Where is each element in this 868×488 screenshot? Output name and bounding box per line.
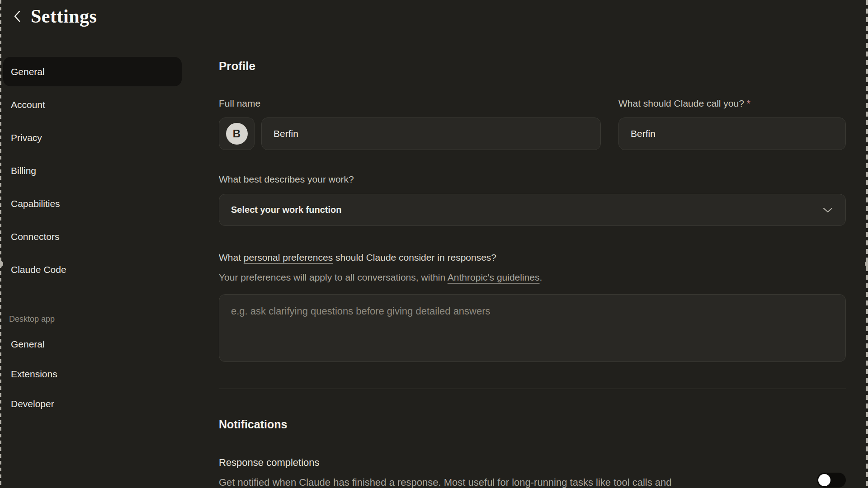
main-content: Profile Full name What should Claude cal… <box>219 0 846 488</box>
work-function-select[interactable]: Select your work function <box>219 194 846 226</box>
page-title: Settings <box>31 5 97 27</box>
response-completions-description: Get notified when Claude has finished a … <box>219 477 811 488</box>
preferences-question-prefix: What <box>219 252 244 263</box>
preferences-question-suffix: should Claude consider in responses? <box>333 252 496 263</box>
sidebar-item-capabilities[interactable]: Capabilities <box>3 189 182 218</box>
sidebar-item-extensions[interactable]: Extensions <box>3 359 182 389</box>
preferences-question: What personal preferences should Claude … <box>219 252 496 263</box>
sidebar-item-privacy[interactable]: Privacy <box>3 123 182 152</box>
sidebar-item-billing[interactable]: Billing <box>3 156 182 185</box>
preferences-subtext: Your preferences will apply to all conve… <box>219 272 542 283</box>
resize-handle-left[interactable] <box>0 261 3 267</box>
full-name-label: Full name <box>219 98 260 109</box>
response-completions-label: Response completions <box>219 457 320 469</box>
sidebar-item-account[interactable]: Account <box>3 90 182 119</box>
sidebar-item-label: Developer <box>11 399 54 409</box>
sidebar-item-label: Capabilities <box>11 198 60 209</box>
resize-handle-right[interactable] <box>865 261 868 267</box>
sidebar: General Account Privacy Billing Capabili… <box>3 57 182 419</box>
toggle-knob <box>818 474 830 486</box>
sidebar-item-label: Extensions <box>11 369 57 380</box>
full-name-input[interactable] <box>261 117 601 150</box>
preferences-textarea[interactable] <box>219 294 846 362</box>
back-button[interactable] <box>11 7 24 25</box>
settings-window: Settings General Account Privacy Billing… <box>0 0 868 488</box>
sidebar-item-claude-code[interactable]: Claude Code <box>3 255 182 284</box>
sidebar-item-developer[interactable]: Developer <box>3 389 182 419</box>
sidebar-item-label: Privacy <box>11 132 42 143</box>
capture-edge-right <box>866 0 868 488</box>
personal-preferences-link[interactable]: personal preferences <box>244 252 333 263</box>
nickname-label-text: What should Claude call you? <box>618 98 744 108</box>
preferences-subtext-suffix: . <box>539 272 542 282</box>
profile-heading: Profile <box>219 59 255 73</box>
nickname-label: What should Claude call you? * <box>618 98 750 109</box>
avatar: B <box>226 123 248 145</box>
sidebar-item-label: Claude Code <box>11 264 66 275</box>
section-divider <box>219 389 846 389</box>
sidebar-item-connectors[interactable]: Connectors <box>3 222 182 251</box>
response-completions-toggle[interactable] <box>817 473 846 488</box>
capture-edge-left <box>0 0 1 488</box>
sidebar-item-label: General <box>11 339 45 350</box>
nickname-input[interactable] <box>618 117 846 150</box>
notifications-heading: Notifications <box>219 418 287 431</box>
sidebar-item-general[interactable]: General <box>3 57 182 86</box>
sidebar-item-label: Connectors <box>11 231 59 242</box>
sidebar-item-label: General <box>11 66 45 77</box>
work-function-selected-value: Select your work function <box>231 205 822 215</box>
preferences-subtext-prefix: Your preferences will apply to all conve… <box>219 272 448 282</box>
sidebar-section-desktop-app: Desktop app <box>3 314 182 324</box>
header: Settings <box>11 5 97 27</box>
sidebar-item-label: Account <box>11 99 45 110</box>
avatar-button[interactable]: B <box>219 117 255 150</box>
sidebar-item-label: Billing <box>11 165 36 176</box>
chevron-left-icon <box>13 9 22 23</box>
anthropic-guidelines-link[interactable]: Anthropic's guidelines <box>448 272 540 282</box>
sidebar-item-desktop-general[interactable]: General <box>3 329 182 359</box>
work-function-label: What best describes your work? <box>219 174 354 185</box>
chevron-down-icon <box>822 206 834 214</box>
required-asterisk: * <box>747 98 750 108</box>
